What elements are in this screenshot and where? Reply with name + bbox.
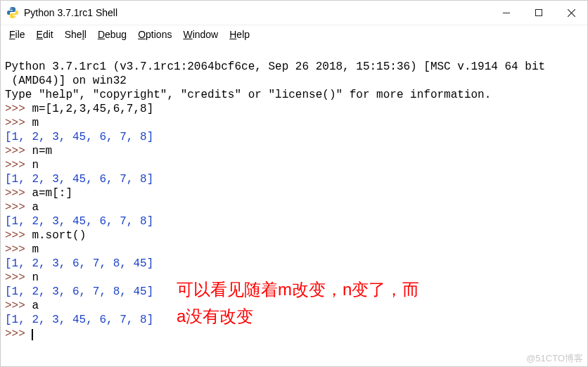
prompt: >>> (5, 229, 25, 242)
window-title: Python 3.7.1rc1 Shell (24, 7, 117, 18)
input-line (25, 328, 32, 340)
banner-line: Type "help", "copyright", "credits" or "… (5, 89, 491, 101)
annotation-line: a没有改变 (177, 303, 419, 330)
python-shell-window: Python 3.7.1rc1 Shell File Edit Shell De… (0, 0, 588, 367)
input-line: n (25, 271, 39, 284)
output-line: [1, 2, 3, 45, 6, 7, 8] (5, 131, 153, 143)
menubar: File Edit Shell Debug Options Window Hel… (1, 25, 587, 44)
prompt: >>> (5, 328, 25, 340)
close-button[interactable] (555, 1, 587, 25)
menu-help[interactable]: Help (224, 27, 255, 41)
prompt: >>> (5, 145, 25, 157)
titlebar: Python 3.7.1rc1 Shell (1, 1, 587, 25)
output-line: [1, 2, 3, 45, 6, 7, 8] (5, 314, 153, 326)
menu-shell[interactable]: Shell (59, 27, 92, 41)
input-line: m=[1,2,3,45,6,7,8] (25, 103, 153, 115)
prompt: >>> (5, 201, 25, 214)
input-line: m (25, 117, 39, 129)
output-line: [1, 2, 3, 45, 6, 7, 8] (5, 215, 153, 228)
input-line: a (25, 300, 39, 312)
menu-file[interactable]: File (4, 27, 31, 41)
input-line: a (25, 201, 39, 214)
maximize-button[interactable] (523, 1, 555, 25)
prompt: >>> (5, 159, 25, 172)
prompt: >>> (5, 187, 25, 200)
banner-line: Python 3.7.1rc1 (v3.7.1rc1:2064bcf6ce, S… (5, 60, 545, 73)
menu-debug[interactable]: Debug (92, 27, 132, 41)
prompt: >>> (5, 271, 25, 284)
prompt: >>> (5, 117, 25, 129)
input-line: n=m (25, 145, 52, 157)
menu-window[interactable]: Window (177, 27, 224, 41)
banner-line: (AMD64)] on win32 (5, 75, 127, 87)
svg-rect-0 (536, 10, 542, 16)
input-line: m.sort() (25, 229, 86, 242)
prompt: >>> (5, 300, 25, 312)
watermark: @51CTO博客 (526, 352, 583, 365)
prompt: >>> (5, 103, 25, 115)
input-line: m (25, 243, 39, 256)
annotation-text: 可以看见随着m改变，n变了，而 a没有改变 (177, 276, 419, 330)
input-line: a=m[:] (25, 187, 72, 200)
menu-options[interactable]: Options (132, 27, 177, 41)
prompt: >>> (5, 243, 25, 256)
annotation-line: 可以看见随着m改变，n变了，而 (177, 276, 419, 303)
python-icon (6, 6, 19, 19)
minimize-button[interactable] (490, 1, 523, 25)
output-line: [1, 2, 3, 6, 7, 8, 45] (5, 257, 153, 270)
menu-edit[interactable]: Edit (31, 27, 59, 41)
output-line: [1, 2, 3, 6, 7, 8, 45] (5, 285, 153, 298)
output-line: [1, 2, 3, 45, 6, 7, 8] (5, 173, 153, 186)
input-line: n (25, 159, 39, 172)
text-cursor (32, 329, 33, 340)
